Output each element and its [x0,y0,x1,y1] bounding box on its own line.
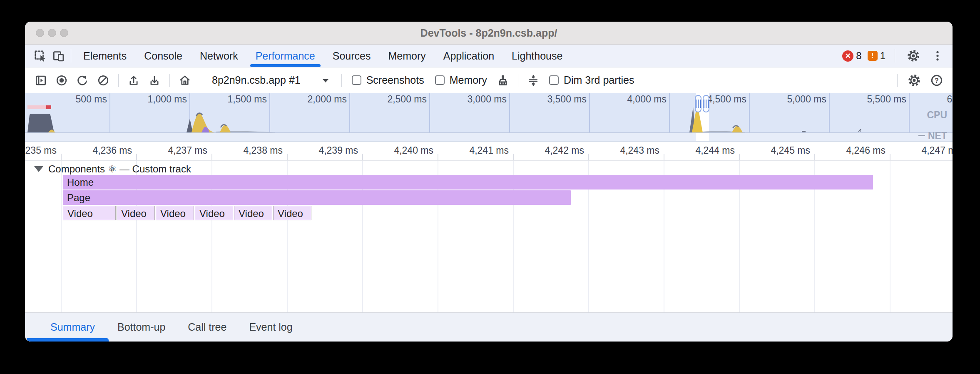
memory-checkbox[interactable]: Memory [435,74,487,86]
ruler-label: 4,238 ms [216,145,283,156]
ruler-label: 4,236 ms [65,145,132,156]
track-row-page: Page [25,190,953,205]
timing-bar[interactable]: Video [273,206,311,220]
record-and-reload-button[interactable] [73,71,92,90]
ruler-label: 4,246 ms [819,145,885,156]
warning-count: 1 [880,50,885,62]
detail-time-ruler: 4,235 ms4,236 ms4,237 ms4,238 ms4,239 ms… [25,142,953,161]
panel-tab[interactable]: Network [191,45,247,67]
overview-ruler-label: 500 ms [40,94,107,105]
more-options-button[interactable] [928,47,947,65]
ruler-label: 4,244 ms [668,145,735,156]
cpu-strip-label: CPU [927,110,947,121]
divider [895,49,895,62]
live-metrics-button[interactable] [176,71,194,90]
zoom-window-handle-right[interactable] [703,95,709,112]
record-button[interactable] [52,71,71,90]
zoom-window-handle-left[interactable] [695,95,701,112]
timing-bar[interactable]: Home [63,175,873,189]
target-label: 8p2n9n.csb.app #1 [212,74,301,86]
settings-button[interactable] [904,47,923,65]
detail-tab[interactable]: Event log [238,313,303,342]
bottom-tab-bar: SummaryBottom-upCall treeEvent log [25,312,953,342]
dim-3rd-parties-checkbox[interactable]: Dim 3rd parties [549,74,634,86]
console-warning-badge[interactable]: ! 1 [868,50,885,62]
gear-icon [908,74,921,87]
clear-button[interactable] [94,71,112,90]
gear-icon [907,49,920,62]
timing-bar[interactable]: Video [234,206,272,220]
collect-garbage-button[interactable] [494,71,512,90]
broom-icon [497,74,509,87]
overview-ruler-label: 2,000 ms [280,94,347,105]
home-icon [179,74,191,87]
error-icon: ✕ [842,50,853,62]
reload-icon [76,74,89,87]
overview-ruler-label: 2,500 ms [360,94,427,105]
performance-settings-button[interactable] [905,71,923,90]
ruler-label: 4,241 ms [442,145,509,156]
divider [71,49,71,62]
window-title: DevTools - 8p2n9n.csb.app/ [25,27,953,39]
track-row-video: VideoVideoVideoVideoVideoVideo [25,206,953,220]
toggle-device-toolbar-button[interactable] [49,47,67,65]
timing-bar[interactable]: Video [63,206,116,220]
timing-bar[interactable]: Video [195,206,233,220]
panel-tab[interactable]: Memory [379,45,434,67]
custom-track-header[interactable]: Components ⚛ — Custom track [34,163,191,175]
detail-tab[interactable]: Summary [39,313,106,342]
divider [200,74,200,87]
toggle-sidebar-button[interactable] [32,71,50,90]
upload-icon [127,74,140,87]
collapse-triangle-icon [34,166,43,172]
panel-tab[interactable]: Lighthouse [503,45,571,67]
download-icon [148,74,161,87]
chevron-down-icon [321,77,330,83]
kebab-menu-icon [931,50,944,62]
ruler-label: 4,235 ms [25,145,57,156]
timing-bar[interactable]: Video [117,206,155,220]
inspect-element-button[interactable] [31,47,49,65]
screenshots-checkbox[interactable]: Screenshots [352,74,424,86]
load-profile-button[interactable] [124,71,143,90]
ruler-label: 4,239 ms [291,145,358,156]
panel-tabs: ElementsConsoleNetworkPerformanceSources… [75,45,571,67]
divider [169,74,170,87]
panel-tab[interactable]: Sources [324,45,380,67]
console-error-badge[interactable]: ✕ 8 [842,50,861,62]
dim-3rd-parties-label: Dim 3rd parties [564,74,634,86]
custom-track-title: Components ⚛ — Custom track [48,163,191,175]
timing-bar[interactable]: Video [156,206,194,220]
flame-chart-area[interactable]: Components ⚛ — Custom track Home Page Vi… [25,161,953,312]
checkbox-box [352,75,361,85]
device-toolbar-icon [52,50,65,62]
timing-bar[interactable]: Page [63,190,571,205]
timeline-overview[interactable]: 500 ms1,000 ms1,500 ms2,000 ms2,500 ms3,… [25,93,953,142]
checkbox-box [549,75,559,85]
ruler-label: 4,243 ms [593,145,659,156]
ruler-label: 4,242 ms [517,145,584,156]
overview-ruler-label: 1,500 ms [200,94,267,105]
detail-tabs: SummaryBottom-upCall treeEvent log [39,313,304,342]
save-profile-button[interactable] [145,71,164,90]
sidebar-toggle-icon [35,74,47,87]
screenshots-label: Screenshots [366,74,424,86]
title-bar: DevTools - 8p2n9n.csb.app/ [25,22,953,45]
overview-ruler-label: 5,500 ms [840,94,906,105]
overview-ruler-label: 4,000 ms [600,94,667,105]
collapse-chart-button[interactable] [524,71,542,90]
panel-tab[interactable]: Console [135,45,191,67]
overview-ruler-label: 1,000 ms [120,94,187,105]
panel-tab[interactable]: Performance [247,45,324,67]
panel-tab[interactable]: Elements [75,45,135,67]
ruler-label: 4,240 ms [367,145,433,156]
detail-tab[interactable]: Call tree [177,313,238,342]
panel-tab[interactable]: Application [435,45,503,67]
performance-toolbar: 8p2n9n.csb.app #1 Screenshots Memory [25,67,953,93]
detail-tab[interactable]: Bottom-up [106,313,177,342]
help-button[interactable]: ? [928,71,946,90]
overview-ruler-label: 4,500 ms [680,94,746,105]
ruler-label: 4,245 ms [744,145,810,156]
target-selector[interactable]: 8p2n9n.csb.app #1 [206,74,336,86]
clear-icon [97,74,109,87]
